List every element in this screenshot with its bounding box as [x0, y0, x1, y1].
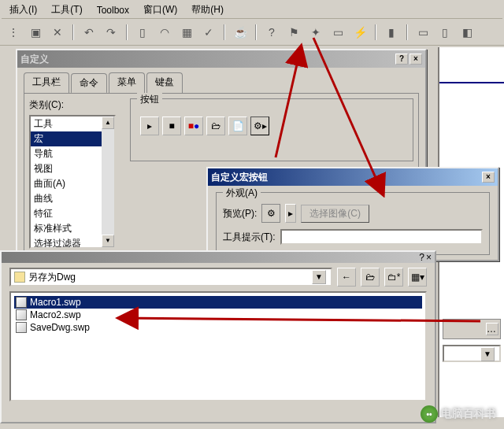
tool-misc-2-icon[interactable]: ▯ [435, 22, 455, 43]
menu-tools[interactable]: 工具(T) [48, 2, 85, 18]
tool-misc-1-icon[interactable]: ▭ [413, 22, 433, 43]
menu-help[interactable]: 帮助(H) [188, 2, 227, 18]
customize-titlebar: 自定义 ? × [17, 50, 425, 68]
macro-button-4[interactable]: 🗁 [206, 116, 225, 135]
watermark-icon: •• [421, 405, 438, 423]
tool-copy-icon[interactable]: ▣ [25, 22, 46, 43]
macro-button-1[interactable]: ▸ [140, 116, 159, 135]
tool-book-icon[interactable]: ▭ [328, 22, 348, 43]
tab-toolbar[interactable]: 工具栏 [24, 72, 69, 93]
back-button-icon[interactable]: ← [337, 268, 356, 287]
file-item[interactable]: SaveDwg.swp [14, 321, 422, 334]
tool-vbar-icon[interactable]: ▮ [381, 22, 402, 43]
macro-button-titlebar: 自定义宏按钮 × [208, 168, 498, 186]
swp-file-icon [16, 309, 27, 320]
tool-misc-3-icon[interactable]: ◧ [457, 22, 477, 43]
menu-toolbox[interactable]: Toolbox [94, 3, 132, 17]
toolbar-separator [375, 24, 376, 40]
buttons-fieldset: 按钮 ▸ ■ ■● 🗁 📄 ⚙▸ [130, 98, 413, 161]
tool-delete-icon[interactable]: ✕ [47, 22, 68, 43]
tooltip-input[interactable] [280, 229, 483, 245]
location-dropdown-icon[interactable]: ▼ [312, 270, 326, 284]
macro-button-2[interactable]: ■ [162, 116, 181, 135]
tool-star-icon[interactable]: ✦ [306, 22, 326, 43]
new-folder-icon[interactable]: 🗀* [384, 268, 403, 287]
customize-help-button[interactable]: ? [395, 54, 408, 65]
toolbar-separator [126, 24, 128, 40]
category-scrollbar[interactable]: ▲ ▼ [102, 116, 114, 247]
tool-grip-icon: ⋮ [3, 22, 24, 43]
appearance-legend: 外观(A) [223, 187, 261, 200]
tab-commands[interactable]: 命令 [71, 73, 107, 94]
file-list[interactable]: Macro1.swp Macro2.swp SaveDwg.swp [9, 291, 427, 401]
file-item[interactable]: Macro1.swp [14, 296, 422, 309]
macro-button-dialog: 自定义宏按钮 × 外观(A) 预览(P): ⚙ ▸ 选择图像(C) 工具提示(T… [206, 167, 499, 261]
swp-file-icon [16, 297, 27, 308]
file-item[interactable]: Macro2.swp [14, 309, 422, 321]
select-image-button[interactable]: 选择图像(C) [301, 205, 369, 223]
location-text: 另存为Dwg [28, 271, 76, 284]
macro-button-title: 自定义宏按钮 [211, 171, 268, 184]
toolbar-separator [72, 24, 74, 40]
customize-title: 自定义 [20, 53, 49, 66]
views-menu-icon[interactable]: ▦▾ [408, 268, 427, 287]
main-toolbar: ⋮ ▣ ✕ ↶ ↷ ▯ ◠ ▦ ✓ ☕ ? ⚑ ✦ ▭ ⚡ ▮ ▭ ▯ ◧ [0, 19, 504, 46]
watermark: •• 电脑百科书 [421, 405, 496, 423]
swp-file-icon [16, 322, 27, 333]
scroll-up-icon[interactable]: ▲ [102, 116, 114, 129]
watermark-text: 电脑百科书 [441, 407, 496, 421]
file-dialog-toolbar: 另存为Dwg ▼ ← 🗁 🗀* ▦▾ [2, 263, 435, 291]
tooltip-label: 工具提示(T): [223, 231, 276, 244]
right-panel-divider [439, 82, 504, 83]
right-panel-select[interactable]: ▼ [443, 345, 501, 362]
tab-keyboard[interactable]: 键盘 [146, 72, 183, 93]
scroll-down-icon[interactable]: ▼ [102, 235, 114, 247]
file-dialog-titlebar: ? × [2, 252, 435, 263]
toolbar-separator [406, 24, 408, 40]
file-name: Macro1.swp [30, 297, 81, 308]
menu-insert[interactable]: 插入(I) [6, 2, 40, 18]
file-name: SaveDwg.swp [30, 322, 90, 333]
macro-button-close[interactable]: × [482, 172, 495, 183]
tool-bolt-icon[interactable]: ⚡ [350, 22, 370, 43]
file-dialog-help-button[interactable]: ? [419, 252, 424, 263]
toolbar-separator [224, 24, 225, 40]
preview-image: ⚙ [261, 204, 280, 223]
tool-arc-icon[interactable]: ◠ [154, 22, 175, 43]
up-folder-icon[interactable]: 🗁 [361, 268, 380, 287]
tool-flag-icon[interactable]: ⚑ [284, 22, 304, 43]
tool-check-icon[interactable]: ✓ [198, 22, 219, 43]
file-dialog-close-button[interactable]: × [426, 252, 432, 263]
tool-redo-icon[interactable]: ↷ [101, 22, 121, 43]
category-listbox[interactable]: 工具 宏 导航 视图 曲面(A) 曲线 特征 标准样式 选择过滤器 注解 添加工… [29, 115, 116, 249]
macro-button-3[interactable]: ■● [184, 116, 203, 135]
tool-cylinder-icon[interactable]: ▯ [132, 22, 153, 43]
preview-label: 预览(P): [223, 207, 257, 220]
tool-help-icon[interactable]: ? [261, 22, 282, 43]
customize-tabs: 工具栏 命令 菜单 键盘 [17, 68, 425, 93]
right-panel-control[interactable]: … [443, 319, 501, 339]
menu-window[interactable]: 窗口(W) [140, 2, 180, 18]
file-name: Macro2.swp [30, 309, 81, 320]
menu-bar: 插入(I) 工具(T) Toolbox 窗口(W) 帮助(H) [2, 2, 502, 19]
buttons-legend: 按钮 [137, 93, 162, 106]
toolbar-separator [255, 24, 257, 40]
preview-dropdown-icon[interactable]: ▸ [285, 204, 296, 223]
macro-button-6[interactable]: ⚙▸ [250, 116, 269, 135]
category-label: 类别(C): [29, 99, 64, 110]
folder-icon [14, 272, 25, 283]
file-dialog: ? × 另存为Dwg ▼ ← 🗁 🗀* ▦▾ Macro1.swp Macro2… [0, 250, 436, 423]
customize-close-button[interactable]: × [410, 54, 422, 65]
tool-undo-icon[interactable]: ↶ [79, 22, 99, 43]
tool-cup-icon[interactable]: ☕ [230, 22, 250, 43]
appearance-fieldset: 外观(A) 预览(P): ⚙ ▸ 选择图像(C) 工具提示(T): [216, 192, 490, 255]
macro-button-5[interactable]: 📄 [228, 116, 247, 135]
tab-menu[interactable]: 菜单 [109, 72, 145, 93]
tool-grid-icon[interactable]: ▦ [176, 22, 197, 43]
location-combo[interactable]: 另存为Dwg ▼ [9, 268, 332, 287]
